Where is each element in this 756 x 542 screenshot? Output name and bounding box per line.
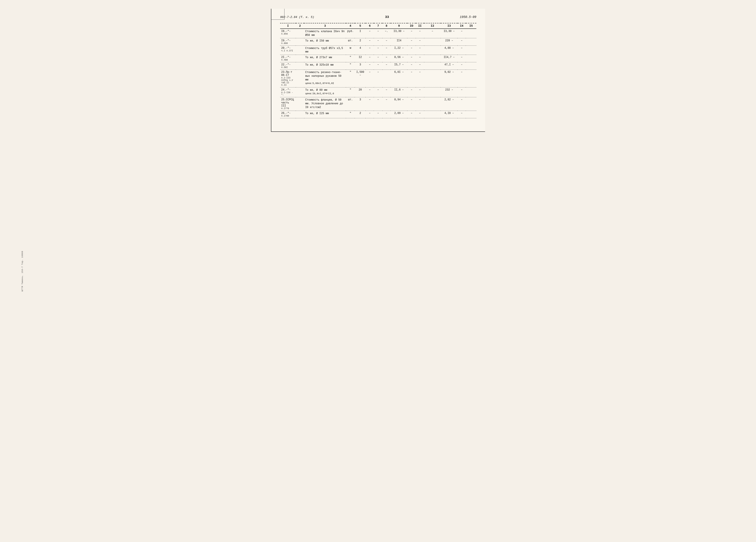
header-right: 1950.5-09 (460, 15, 476, 19)
col-header-8: 8 (382, 23, 391, 29)
cell-row-num: 26.-"-п.I780 (280, 111, 296, 118)
col-header-15: I5 (466, 23, 476, 29)
cell-col15 (466, 70, 476, 87)
cell-col11: – (416, 62, 424, 70)
table-row: I9.-"-п.860То же, Ø I50 ммшт.2–––II4––22… (280, 38, 476, 45)
cell-col12 (424, 70, 441, 87)
cell-col2 (296, 38, 304, 45)
cell-col7: – (374, 62, 382, 70)
cell-col10: – (407, 45, 416, 55)
cell-qty: 20 (355, 87, 366, 97)
cell-col11: – (416, 38, 424, 45)
cell-row-num: 25.ССРСЦ часть IIIп.I776 (280, 97, 296, 111)
cell-col14: – (458, 55, 466, 62)
cell-qty: 2 (355, 111, 366, 118)
cell-unit: " (346, 55, 355, 62)
cell-col8: – (382, 97, 391, 111)
cell-col8: – (382, 38, 391, 45)
cell-row-num: 2I.-"-п.488 (280, 55, 296, 62)
cell-col6: – (366, 111, 374, 118)
cell-description: То же, Ø 80 ммцена:I0,8хI,074=II,6 (304, 87, 346, 97)
cell-col14: – (458, 38, 466, 45)
cell-col2 (296, 29, 304, 38)
cell-unit: шт. (346, 38, 355, 45)
cell-col2 (296, 55, 304, 62)
cell-col10: – (407, 29, 416, 38)
col-header-10: IO (407, 23, 416, 29)
cell-row-num: I9.-"-п.860 (280, 38, 296, 45)
cell-col14: – (458, 111, 466, 118)
cell-col7: – (374, 29, 382, 38)
cell-unit: шт. (346, 97, 355, 111)
cell-col8: –. (382, 29, 391, 38)
header-center: 33 (385, 15, 389, 19)
table-row: 2I.-"-п.488То же, Ø 273х7 мм"I2–––0,56 –… (280, 55, 476, 62)
col-header-9: 9 (391, 23, 407, 29)
cell-col14: – (458, 45, 466, 55)
cell-col13: I3,30 – (441, 29, 457, 38)
cell-col8 (382, 70, 391, 87)
cell-unit: м (346, 45, 355, 55)
corner-box (271, 9, 284, 20)
cell-description: Стоимость клапана I6кч 9п Ø50 мм (304, 29, 346, 38)
cell-col2 (296, 111, 304, 118)
cell-col11: – (416, 45, 424, 55)
cell-col11: – (416, 70, 424, 87)
cell-description: То же, Ø 325х10 мм (304, 62, 346, 70)
cell-col2 (296, 70, 304, 87)
cell-row-num: 23.Пр-т 06-I7п.2-I33 ССРСЦ ч.У таб.I2 п.… (280, 70, 296, 87)
cell-description: Стоимость резино-ткане-вых напорных рука… (304, 70, 346, 87)
cell-col11: – (416, 29, 424, 38)
cell-col9: I3,30 – (391, 29, 407, 38)
cell-col9: I,22 – (391, 45, 407, 55)
col-header-5: 5 (355, 23, 366, 29)
cell-unit: " (346, 70, 355, 87)
cell-col12: – (424, 29, 441, 38)
table-row: 24.-"-п.2-I36 -"-То же, Ø 80 ммцена:I0,8… (280, 87, 476, 97)
cell-qty: I2 (355, 55, 366, 62)
col-header-11: II (416, 23, 424, 29)
cell-col9: 0,56 – (391, 55, 407, 62)
table-row: 22.-"-п.50IТо же, Ø 325х10 мм"3–––I5,7 –… (280, 62, 476, 70)
cell-col9: II,6 – (391, 87, 407, 97)
cell-unit: " (346, 62, 355, 70)
col-header-3: 3 (304, 23, 346, 29)
cell-col12 (424, 45, 441, 55)
cell-description: То же, Ø I25 мм (304, 111, 346, 118)
cell-col10: – (407, 87, 416, 97)
cell-col13: 4,88 – (441, 45, 457, 55)
cell-unit: " (346, 87, 355, 97)
header-left: 902-7-2.84 (Ÿ. к. 5) (280, 16, 314, 19)
cell-col7: – (374, 111, 382, 118)
cell-qty: 4 (355, 45, 366, 55)
cell-qty: 2 (355, 38, 366, 45)
cell-row-num: I8.-"-п.856 (280, 29, 296, 38)
cell-col12 (424, 55, 441, 62)
cell-row-num: 24.-"-п.2-I36 -"- (280, 87, 296, 97)
cell-qty: 3 (355, 97, 366, 111)
cell-col9: 2,09 – (391, 111, 407, 118)
cell-col6: – (366, 45, 374, 55)
cell-col2 (296, 45, 304, 55)
cell-col6: – (366, 38, 374, 45)
cell-col10: – (407, 62, 416, 70)
cell-col10: – (407, 55, 416, 62)
cell-col8: – (382, 45, 391, 55)
cell-col10: – (407, 111, 416, 118)
col-header-2: 2 (296, 23, 304, 29)
cell-col7: – (374, 70, 382, 87)
cell-qty: I,500 – (355, 70, 366, 87)
cell-col6: – (366, 29, 374, 38)
cell-col12 (424, 97, 441, 111)
main-table: I 2 3 4 5 6 7 8 9 IO II I2 I3 I4 I5 I8.-… (280, 23, 476, 118)
cell-description: Стоимость труб Ø57х х3,5 мм (304, 45, 346, 55)
cell-col6: – (366, 62, 374, 70)
cell-col6: – (366, 97, 374, 111)
cell-col8: – (382, 55, 391, 62)
cell-description: То же, Ø I50 мм (304, 38, 346, 45)
cell-col7: – (374, 97, 382, 111)
cell-col14: – (458, 70, 466, 87)
cell-col13: II4,7 – (441, 55, 457, 62)
cell-col9: I5,7 – (391, 62, 407, 70)
cell-col8: – (382, 62, 391, 70)
